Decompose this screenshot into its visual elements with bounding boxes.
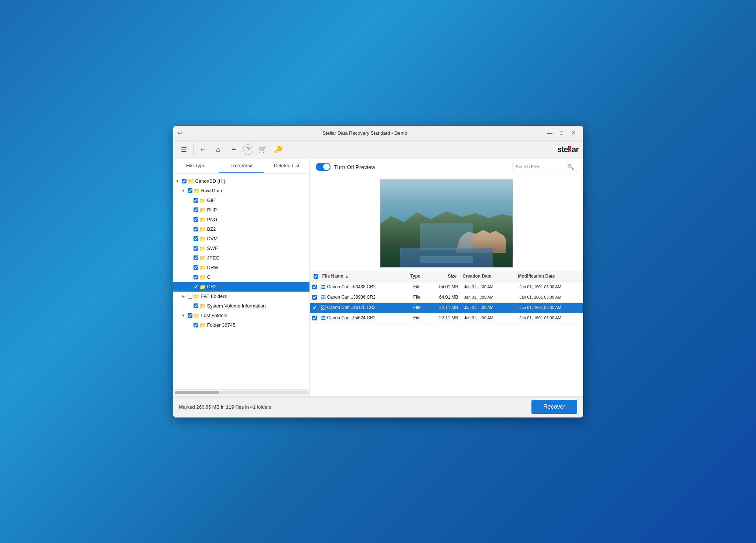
check-cell-2[interactable] bbox=[310, 305, 319, 310]
scroll-thumb[interactable] bbox=[175, 391, 219, 394]
check-bz2[interactable] bbox=[194, 227, 198, 231]
river-layer bbox=[420, 256, 473, 263]
file-row-2[interactable]: 🖼 Canon Can...18176.CR2 File 22.11 MB Ja… bbox=[310, 303, 583, 313]
check-jpeg[interactable] bbox=[194, 255, 198, 260]
label-gif: GIF bbox=[207, 197, 215, 203]
check-c[interactable] bbox=[194, 275, 198, 279]
tree-item-jpeg[interactable]: 📁 JPEG bbox=[173, 253, 309, 263]
check-cell-3[interactable] bbox=[310, 316, 319, 320]
menu-button[interactable]: ☰ bbox=[178, 143, 190, 156]
file-check-3[interactable] bbox=[312, 316, 317, 320]
header-created[interactable]: Creation Date bbox=[460, 274, 515, 279]
check-php[interactable] bbox=[194, 207, 198, 212]
search-input[interactable] bbox=[516, 164, 568, 169]
tree-item-dvm[interactable]: 📁 DVM bbox=[173, 234, 309, 244]
tree-item-bz2[interactable]: 📁 BZ2 bbox=[173, 224, 309, 234]
folder-icon-drw: 📁 bbox=[199, 265, 206, 271]
filename-cell-2: 🖼 Canon Can...18176.CR2 bbox=[319, 305, 406, 310]
header-filename[interactable]: File Name ▲ bbox=[321, 274, 404, 279]
cart-button[interactable]: 🛒 bbox=[256, 143, 269, 156]
tab-file-type[interactable]: File Type bbox=[173, 159, 219, 173]
check-drw[interactable] bbox=[194, 265, 198, 270]
filemodified-cell-1: Jan 01, 1601 03:00 AM bbox=[517, 295, 583, 299]
tree-container[interactable]: ▼ 📁 CanonSD (H:) ▼ 📁 Raw Data bbox=[173, 173, 309, 389]
file-icon-2: 🖼 bbox=[321, 305, 326, 310]
tree-item-sysvolinfo[interactable]: 📁 System Volume Information bbox=[173, 301, 309, 311]
tree-item-folder36745[interactable]: 📁 Folder 36745 bbox=[173, 320, 309, 330]
preview-toggle[interactable] bbox=[316, 163, 331, 171]
tree-item-swf[interactable]: 📁 SWF bbox=[173, 244, 309, 253]
check-rawdata[interactable] bbox=[188, 188, 192, 193]
check-cell-0[interactable] bbox=[310, 285, 319, 289]
tree-item-rawdata[interactable]: ▼ 📁 Raw Data bbox=[173, 186, 309, 196]
search-box[interactable]: 🔍 bbox=[513, 162, 577, 172]
expand-fat[interactable]: ▶ bbox=[181, 293, 187, 299]
tab-deleted-list[interactable]: Deleted List bbox=[264, 159, 309, 173]
check-swf[interactable] bbox=[194, 246, 198, 251]
file-list[interactable]: 🖼 Canon Can...63488.CR2 File 64.01 MB Ja… bbox=[310, 282, 583, 396]
check-canonsd[interactable] bbox=[182, 179, 187, 183]
expand-lostfolders[interactable]: ▼ bbox=[181, 313, 187, 319]
horizontal-scrollbar[interactable] bbox=[173, 389, 309, 396]
back-button[interactable]: ← bbox=[196, 143, 209, 156]
maximize-button[interactable]: □ bbox=[557, 129, 567, 137]
check-folder36745[interactable] bbox=[194, 323, 198, 327]
tree-item-c[interactable]: 📁 C bbox=[173, 272, 309, 282]
check-gif[interactable] bbox=[194, 198, 198, 203]
folder-icon-png: 📁 bbox=[199, 217, 206, 223]
recover-button[interactable]: Recover bbox=[531, 400, 577, 414]
tree-item-gif[interactable]: 📁 GIF bbox=[173, 196, 309, 205]
check-cr2[interactable] bbox=[194, 284, 198, 289]
folder-icon-bz2: 📁 bbox=[199, 226, 206, 232]
file-row-3[interactable]: 🖼 Canon Can...94624.CR2 File 22.11 MB Ja… bbox=[310, 313, 583, 323]
key-button[interactable]: 🔑 bbox=[272, 143, 284, 156]
file-check-2[interactable] bbox=[312, 305, 317, 310]
help-button[interactable]: ? bbox=[243, 144, 253, 155]
header-type[interactable]: Type bbox=[404, 274, 427, 279]
tab-tree-view[interactable]: Tree View bbox=[219, 159, 264, 173]
tree-item-php[interactable]: 📁 PHP bbox=[173, 205, 309, 215]
label-folder36745: Folder 36745 bbox=[207, 322, 236, 328]
toolbar: ☰ ← ⌂ ✒ ? 🛒 🔑 stellar bbox=[173, 141, 583, 159]
tree-item-drw[interactable]: 📁 DRW bbox=[173, 263, 309, 272]
file-icon-0: 🖼 bbox=[321, 284, 326, 290]
header-size[interactable]: Size bbox=[427, 274, 460, 279]
tree-item-cr2[interactable]: 📁 CR2 bbox=[173, 282, 309, 292]
scan-button[interactable]: ✒ bbox=[228, 143, 240, 156]
filename-cell-3: 🖼 Canon Can...94624.CR2 bbox=[319, 315, 406, 321]
check-cell-1[interactable] bbox=[310, 295, 319, 300]
tree-item-png[interactable]: 📁 PNG bbox=[173, 215, 309, 224]
check-lostfolders[interactable] bbox=[188, 313, 192, 318]
check-png[interactable] bbox=[194, 217, 198, 222]
check-fat[interactable] bbox=[188, 294, 192, 299]
filetype-cell-0: File bbox=[406, 284, 428, 289]
tree-item-fat[interactable]: ▶ 📁 FAT Folders bbox=[173, 292, 309, 301]
close-button[interactable]: ✕ bbox=[568, 129, 579, 137]
scroll-track bbox=[175, 391, 308, 394]
expand-rawdata[interactable]: ▼ bbox=[181, 188, 187, 194]
label-lostfolders: Lost Folders bbox=[201, 313, 228, 318]
label-sysvolinfo: System Volume Information bbox=[207, 303, 266, 309]
home-button[interactable]: ⌂ bbox=[212, 143, 225, 156]
expand-canonsd[interactable]: ▼ bbox=[175, 178, 181, 184]
file-check-0[interactable] bbox=[312, 285, 317, 289]
filename-text-0: Canon Can...63488.CR2 bbox=[327, 284, 376, 289]
label-canonsd: CanonSD (H:) bbox=[195, 178, 226, 184]
minimize-button[interactable]: — bbox=[545, 129, 555, 137]
check-sysvolinfo[interactable] bbox=[194, 303, 198, 308]
label-png: PNG bbox=[207, 217, 218, 222]
main-content: File Type Tree View Deleted List ▼ 📁 Can… bbox=[173, 159, 583, 396]
filecreated-cell-3: Jan 01,...:00 AM bbox=[461, 316, 517, 320]
file-check-1[interactable] bbox=[312, 295, 317, 300]
filesize-cell-0: 64.01 MB bbox=[428, 284, 461, 289]
filetype-cell-3: File bbox=[406, 315, 428, 320]
file-row-0[interactable]: 🖼 Canon Can...63488.CR2 File 64.01 MB Ja… bbox=[310, 282, 583, 292]
check-all-files[interactable] bbox=[314, 274, 318, 279]
file-row-1[interactable]: 🖼 Canon Can...39936.CR2 File 64.01 MB Ja… bbox=[310, 292, 583, 303]
app-icon: ↩ bbox=[178, 130, 182, 137]
tree-item-canonsd[interactable]: ▼ 📁 CanonSD (H:) bbox=[173, 176, 309, 186]
check-dvm[interactable] bbox=[194, 236, 198, 241]
header-check[interactable] bbox=[311, 274, 321, 279]
tree-item-lostfolders[interactable]: ▼ 📁 Lost Folders bbox=[173, 311, 309, 320]
header-modified[interactable]: Modification Date bbox=[515, 274, 582, 279]
